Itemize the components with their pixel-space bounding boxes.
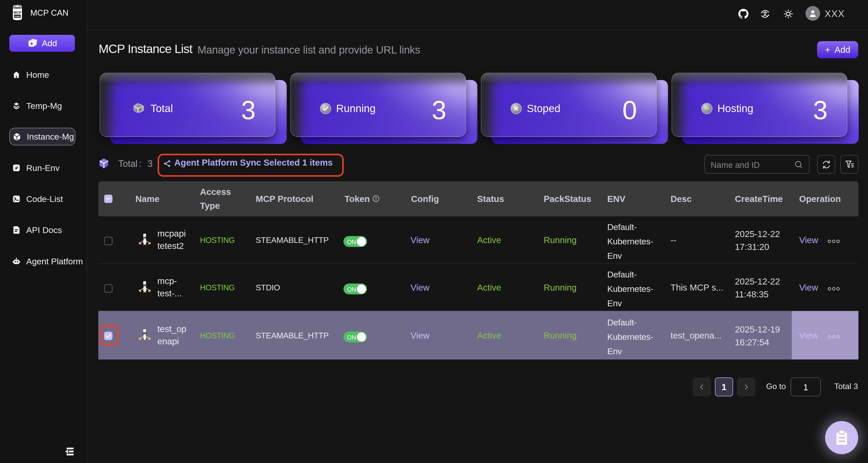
svg-text:can: can bbox=[15, 15, 20, 18]
svg-text:MCP: MCP bbox=[13, 10, 21, 15]
